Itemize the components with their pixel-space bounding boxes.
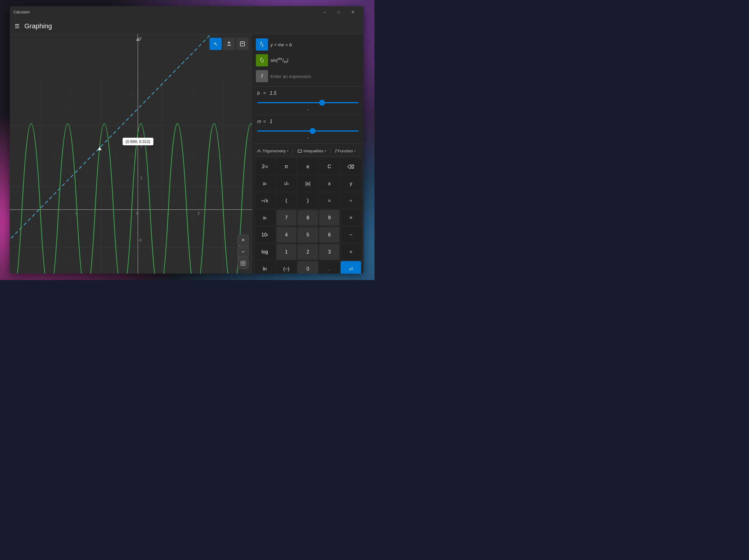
inequalities-chevron: ▾ — [325, 149, 326, 153]
key-abs[interactable]: |x| — [298, 176, 318, 192]
function-expr-2: sin(πx/m) — [271, 57, 288, 64]
key-3[interactable]: 3 — [319, 244, 340, 260]
analyze-tool-button[interactable] — [236, 38, 249, 50]
maximize-button[interactable]: □ — [332, 6, 346, 18]
function-expr-placeholder: Enter an expression — [271, 74, 311, 79]
key-y[interactable]: y — [341, 176, 361, 192]
key-x[interactable]: x — [319, 176, 340, 192]
function-icon: f — [335, 149, 336, 154]
key-5[interactable]: 5 — [298, 227, 318, 243]
key-2nd[interactable]: 2nd — [255, 159, 275, 175]
key-6[interactable]: 6 — [319, 227, 340, 243]
key-log[interactable]: log — [255, 244, 275, 260]
variable-b-equals: = — [263, 90, 266, 96]
function-list: f1 y = mx + b f2 sin(πx/m) f Enter an — [252, 34, 364, 87]
function-item-2[interactable]: f2 sin(πx/m) — [255, 52, 361, 68]
trigonometry-icon — [256, 149, 261, 154]
svg-rect-47 — [241, 261, 245, 265]
variable-m-slider[interactable] — [257, 130, 359, 132]
title-bar: Calculator ─ □ ✕ — [10, 6, 364, 18]
minimize-button[interactable]: ─ — [318, 6, 332, 18]
graph-area: x y -1 0 1 2 2 1 -1 — [10, 34, 252, 274]
inequalities-menu[interactable]: Inequalities ▾ — [296, 148, 328, 155]
key-grid: 2nd π e C ⌫ x2 1/x |x| x y n√x ( ) = ÷ — [255, 159, 361, 274]
share-tool-button[interactable] — [223, 38, 235, 50]
key-9[interactable]: 9 — [319, 210, 340, 226]
inequalities-label: Inequalities — [303, 149, 324, 153]
svg-rect-0 — [10, 34, 252, 274]
key-e[interactable]: e — [298, 159, 318, 175]
function-badge-2: f2 — [256, 54, 268, 66]
svg-text:2: 2 — [198, 211, 200, 216]
app-title: Graphing — [24, 22, 52, 30]
op-divider-2 — [330, 148, 331, 154]
key-8[interactable]: 8 — [298, 210, 318, 226]
function-menu[interactable]: f Function ▾ — [333, 147, 358, 155]
trigonometry-menu[interactable]: Trigonometry ▾ — [255, 148, 290, 155]
key-multiply[interactable]: × — [341, 210, 361, 226]
key-reciprocal[interactable]: 1/x — [276, 176, 297, 192]
key-negate[interactable]: (−) — [276, 261, 297, 274]
trigonometry-chevron: ▾ — [287, 149, 288, 153]
variable-b-row: b = 1.5 — [257, 90, 359, 96]
variable-b-slider-container — [257, 99, 359, 105]
calculator-window: Calculator ─ □ ✕ ☰ Graphing — [10, 6, 364, 274]
function-chevron: ▾ — [354, 149, 356, 153]
key-add[interactable]: + — [341, 244, 361, 260]
key-open-paren[interactable]: ( — [276, 193, 297, 209]
key-decimal[interactable]: . — [319, 261, 340, 274]
zoom-in-button[interactable]: + — [238, 234, 249, 246]
variable-m-section: m = 1 ⌄ — [252, 115, 364, 143]
key-divide[interactable]: ÷ — [341, 193, 361, 209]
zoom-reset-button[interactable] — [238, 258, 249, 269]
variable-b-expand[interactable]: ⌄ — [257, 106, 359, 111]
zoom-out-button[interactable]: − — [238, 246, 249, 257]
zoom-controls: + − — [238, 234, 249, 269]
variable-b-label: b — [257, 90, 261, 96]
variable-m-expand[interactable]: ⌄ — [257, 135, 359, 139]
op-divider-1 — [293, 148, 293, 154]
close-button[interactable]: ✕ — [346, 6, 360, 18]
variable-m-value: 1 — [270, 119, 272, 124]
cursor-tool-button[interactable]: ↖ — [210, 38, 222, 50]
operator-bar: Trigonometry ▾ Inequalities ▾ — [255, 146, 361, 156]
key-backspace-1[interactable]: ⌫ — [341, 159, 361, 175]
key-x-squared[interactable]: x2 — [255, 176, 275, 192]
key-pi[interactable]: π — [276, 159, 297, 175]
variable-m-label: m — [257, 119, 261, 124]
key-2[interactable]: 2 — [298, 244, 318, 260]
function-item-3[interactable]: f Enter an expression — [255, 68, 361, 84]
hamburger-icon[interactable]: ☰ — [15, 23, 20, 29]
key-nth-root[interactable]: n√x — [255, 193, 275, 209]
key-ln[interactable]: ln — [255, 261, 275, 274]
key-7[interactable]: 7 — [276, 210, 297, 226]
content-area: x y -1 0 1 2 2 1 -1 — [10, 34, 364, 274]
variable-b-value: 1.5 — [270, 90, 276, 96]
svg-text:1: 1 — [140, 176, 143, 180]
variable-m-row: m = 1 — [257, 119, 359, 124]
function-badge-3: f — [256, 70, 268, 82]
variable-b-slider[interactable] — [257, 102, 359, 103]
key-x-power-y[interactable]: xy — [255, 210, 275, 226]
function-item-1[interactable]: f1 y = mx + b — [255, 37, 361, 52]
key-0[interactable]: 0 — [298, 261, 318, 274]
app-header: ☰ Graphing — [10, 18, 364, 34]
function-badge-1: f1 — [256, 38, 268, 50]
variable-m-slider-container — [257, 127, 359, 133]
svg-text:2: 2 — [140, 144, 143, 149]
key-close-paren[interactable]: ) — [298, 193, 318, 209]
key-10-power-x[interactable]: 10x — [255, 227, 275, 243]
key-4[interactable]: 4 — [276, 227, 297, 243]
trigonometry-label: Trigonometry — [262, 149, 286, 153]
keyboard-section: Trigonometry ▾ Inequalities ▾ — [252, 143, 364, 274]
key-subtract[interactable]: − — [341, 227, 361, 243]
key-equals[interactable]: = — [319, 193, 340, 209]
key-1[interactable]: 1 — [276, 244, 297, 260]
svg-rect-46 — [240, 42, 244, 46]
variable-b-section: b = 1.5 ⌄ — [252, 87, 364, 115]
svg-point-48 — [242, 262, 244, 264]
key-clear[interactable]: C — [319, 159, 340, 175]
inequalities-icon — [297, 149, 302, 154]
svg-text:-1: -1 — [138, 238, 142, 242]
key-enter[interactable]: ⏎ — [341, 261, 361, 274]
